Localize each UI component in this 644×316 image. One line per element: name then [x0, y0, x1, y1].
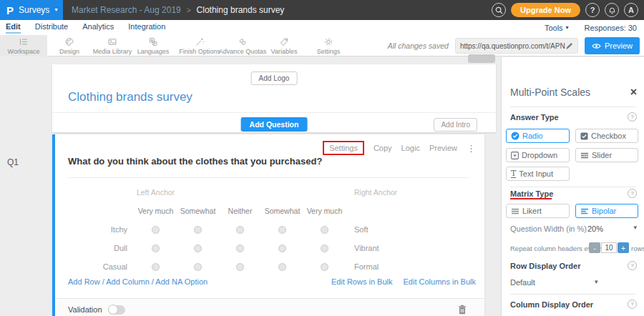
matrix-radio[interactable]: [194, 263, 202, 271]
delete-question-button[interactable]: [458, 305, 467, 315]
help-icon[interactable]: ?: [628, 300, 637, 309]
tab-edit[interactable]: Edit: [6, 22, 21, 34]
survey-title[interactable]: Clothing brands survey: [68, 90, 192, 104]
add-na-option-link[interactable]: Add NA Option: [155, 277, 208, 286]
question-text[interactable]: What do you think about the clothes that…: [68, 156, 322, 167]
chevron-down-icon[interactable]: ▾: [595, 278, 598, 285]
close-icon[interactable]: ×: [630, 87, 637, 98]
add-row-link[interactable]: Add Row: [68, 277, 100, 286]
pencil-icon[interactable]: [565, 42, 573, 50]
question-copy-button[interactable]: Copy: [374, 144, 392, 152]
answer-type-slider[interactable]: Slider: [575, 148, 638, 162]
matrix-radio[interactable]: [236, 263, 244, 271]
question-width-value[interactable]: 20%: [587, 224, 603, 233]
dropdown-icon: [511, 152, 519, 159]
tools-menu[interactable]: Tools▾: [545, 24, 569, 32]
survey-url-input[interactable]: [460, 42, 565, 50]
matrix-type-likert[interactable]: Likert: [506, 204, 570, 218]
row-label-left[interactable]: Itchy: [65, 220, 135, 239]
repeat-headers-label: Repeat column headers every: [510, 245, 601, 252]
matrix-radio[interactable]: [152, 226, 160, 234]
matrix-type-bipolar[interactable]: Bipolar: [575, 204, 638, 218]
answer-type-dropdown[interactable]: Dropdown: [506, 148, 570, 162]
survey-toolbar: Workspace Design Media Library Languages…: [0, 35, 644, 56]
repeat-rows-value[interactable]: 10: [601, 242, 617, 253]
translate-icon: [147, 36, 159, 47]
question-settings-button[interactable]: Settings: [323, 141, 364, 155]
notifications-button[interactable]: [605, 3, 619, 17]
breadcrumb-page: Clothing brands survey: [197, 5, 285, 15]
matrix-radio[interactable]: [278, 263, 286, 271]
surveys-menu[interactable]: P Surveys ▾: [0, 0, 63, 20]
chevron-down-icon[interactable]: ▾: [633, 224, 637, 231]
help-icon[interactable]: ?: [628, 189, 637, 198]
matrix-radio[interactable]: [194, 245, 202, 252]
matrix-radio[interactable]: [321, 245, 328, 252]
help-icon[interactable]: ?: [628, 112, 637, 122]
matrix-radio[interactable]: [236, 245, 244, 252]
responses-count[interactable]: Responses: 30: [585, 24, 637, 32]
toggle-knob: [108, 305, 118, 315]
questionpro-logo-icon: P: [6, 4, 14, 16]
matrix-radio[interactable]: [321, 263, 328, 271]
add-question-button[interactable]: Add Question: [241, 117, 308, 132]
image-icon: [107, 36, 118, 47]
row-display-order-select[interactable]: Default: [510, 278, 535, 287]
validation-label: Validation: [68, 305, 102, 314]
matrix-radio[interactable]: [194, 226, 202, 234]
decrement-button[interactable]: -: [589, 242, 600, 253]
rows-suffix: rows.: [631, 245, 644, 252]
toolbar-languages[interactable]: Languages: [129, 35, 177, 56]
row-label-left[interactable]: Casual: [65, 257, 135, 276]
answer-type-radio[interactable]: Radio: [506, 129, 570, 143]
scrollbar-thumb[interactable]: [468, 54, 495, 63]
chain-links-icon: [237, 36, 248, 47]
more-options-icon[interactable]: ⋮: [467, 143, 476, 154]
answer-type-checkbox[interactable]: Checkbox: [575, 129, 638, 143]
row-label-right[interactable]: Formal: [346, 257, 460, 276]
text-input-icon: T: [511, 169, 516, 178]
search-button[interactable]: [492, 3, 506, 17]
answer-type-text-input[interactable]: T Text Input: [506, 167, 570, 181]
row-label-right[interactable]: Soft: [346, 220, 460, 239]
row-label-left[interactable]: Dull: [65, 239, 135, 257]
edit-columns-in-bulk-link[interactable]: Edit Columns in Bulk: [404, 277, 477, 286]
tab-analytics[interactable]: Analytics: [82, 22, 114, 34]
add-intro-button[interactable]: Add Intro: [434, 118, 477, 132]
validation-toggle[interactable]: [108, 305, 125, 315]
tag-icon: [278, 36, 290, 47]
question-preview-button[interactable]: Preview: [429, 144, 457, 152]
help-icon[interactable]: ?: [628, 261, 637, 270]
breadcrumb-project[interactable]: Market Research - Aug 2019: [72, 5, 181, 15]
divider: [510, 294, 635, 295]
matrix-radio[interactable]: [236, 226, 244, 234]
toolbar-workspace[interactable]: Workspace: [0, 35, 47, 56]
divider: [510, 107, 635, 107]
row-label-right[interactable]: Vibrant: [346, 239, 460, 257]
question-logic-button[interactable]: Logic: [401, 144, 420, 152]
column-header: Somewhat: [261, 202, 303, 220]
toolbar-settings[interactable]: Settings: [301, 35, 356, 56]
increment-button[interactable]: +: [618, 242, 629, 253]
eye-icon: [592, 43, 601, 49]
tab-integration[interactable]: Integration: [128, 22, 165, 34]
matrix-radio[interactable]: [152, 263, 160, 271]
matrix-radio[interactable]: [152, 245, 160, 252]
upgrade-now-button[interactable]: Upgrade Now: [511, 3, 580, 17]
tab-distribute[interactable]: Distribute: [35, 22, 68, 34]
add-logo-button[interactable]: Add Logo: [251, 71, 298, 85]
column-header: Very much: [135, 202, 177, 220]
edit-rows-in-bulk-link[interactable]: Edit Rows in Bulk: [331, 277, 393, 286]
preview-button[interactable]: Preview: [585, 37, 640, 54]
trash-icon: [458, 305, 467, 315]
likert-icon: [511, 207, 519, 215]
answer-type-header: Answer Type ?: [510, 112, 637, 122]
help-button[interactable]: ?: [585, 3, 600, 17]
answer-type-label: Answer Type: [510, 113, 559, 122]
avatar[interactable]: A: [624, 3, 638, 17]
divider: [510, 187, 635, 187]
matrix-radio[interactable]: [278, 226, 286, 234]
add-column-link[interactable]: Add Column: [106, 277, 150, 286]
matrix-radio[interactable]: [278, 245, 286, 252]
matrix-radio[interactable]: [321, 226, 328, 234]
